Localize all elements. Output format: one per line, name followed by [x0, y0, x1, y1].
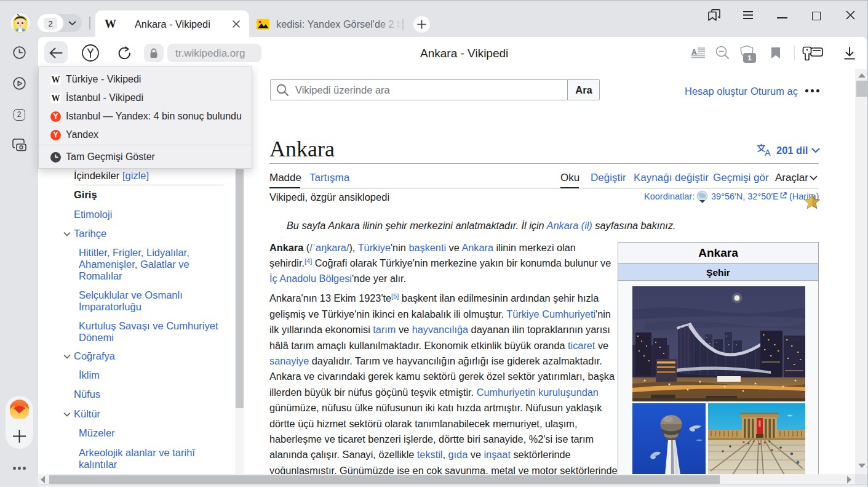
svg-text:A: A — [765, 148, 771, 156]
